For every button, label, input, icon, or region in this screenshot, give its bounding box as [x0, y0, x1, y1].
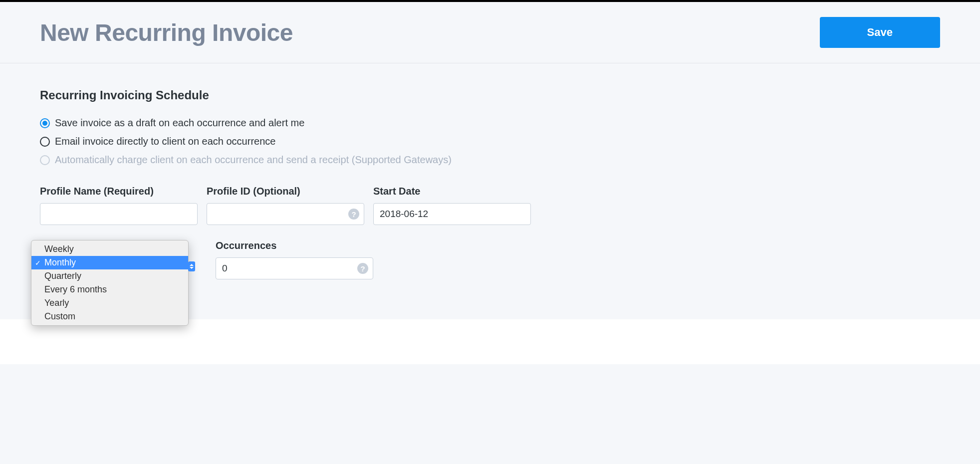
section-title: Recurring Invoicing Schedule	[40, 88, 940, 102]
input-start-date[interactable]	[373, 203, 531, 225]
dropdown-item-yearly[interactable]: Yearly	[31, 296, 188, 310]
dropdown-item-every-6-months[interactable]: Every 6 months	[31, 283, 188, 296]
dropdown-item-weekly[interactable]: Weekly	[31, 242, 188, 256]
dropdown-item-quarterly[interactable]: Quarterly	[31, 269, 188, 283]
page-title: New Recurring Invoice	[40, 19, 293, 46]
chevron-up-icon	[190, 264, 194, 266]
radio-label-draft: Save invoice as a draft on each occurren…	[55, 117, 304, 129]
radio-option-email[interactable]: Email invoice directly to client on each…	[40, 136, 940, 147]
radio-option-draft[interactable]: Save invoice as a draft on each occurren…	[40, 117, 940, 129]
dropdown-item-custom[interactable]: Custom	[31, 310, 188, 323]
frequency-dropdown-menu: Weekly ✓ Monthly Quarterly Every 6 month…	[31, 240, 189, 326]
content-area: Recurring Invoicing Schedule Save invoic…	[0, 63, 980, 319]
label-profile-name: Profile Name (Required)	[40, 186, 198, 197]
help-icon[interactable]: ?	[357, 263, 368, 274]
label-profile-id: Profile ID (Optional)	[207, 186, 364, 197]
radio-option-auto-charge: Automatically charge client on each occu…	[40, 154, 940, 166]
check-icon: ✓	[35, 259, 41, 267]
schedule-radio-group: Save invoice as a draft on each occurren…	[40, 117, 940, 166]
form-row-2: Weekly ✓ Monthly Quarterly Every 6 month…	[40, 240, 940, 279]
form-row-1: Profile Name (Required) Profile ID (Opti…	[40, 186, 940, 225]
radio-icon	[40, 137, 50, 147]
dropdown-item-label: Monthly	[44, 257, 76, 267]
field-frequency: Weekly ✓ Monthly Quarterly Every 6 month…	[40, 240, 198, 279]
radio-dot-icon	[42, 121, 47, 126]
dropdown-spinner-icon[interactable]	[188, 261, 195, 271]
field-start-date: Start Date	[373, 186, 531, 225]
label-occurrences: Occurrences	[216, 240, 373, 251]
radio-label-email: Email invoice directly to client on each…	[55, 136, 275, 147]
chevron-down-icon	[190, 267, 194, 269]
save-button[interactable]: Save	[820, 17, 940, 48]
field-profile-name: Profile Name (Required)	[40, 186, 198, 225]
help-icon[interactable]: ?	[348, 209, 359, 220]
input-profile-id[interactable]	[207, 203, 364, 225]
label-start-date: Start Date	[373, 186, 531, 197]
input-wrapper-profile-id: ?	[207, 203, 364, 225]
input-occurrences[interactable]	[216, 257, 373, 279]
field-profile-id: Profile ID (Optional) ?	[207, 186, 364, 225]
radio-icon	[40, 155, 50, 165]
radio-label-auto-charge: Automatically charge client on each occu…	[55, 154, 452, 166]
bottom-area	[0, 319, 980, 364]
input-profile-name[interactable]	[40, 203, 198, 225]
dropdown-item-monthly[interactable]: ✓ Monthly	[31, 256, 188, 269]
page-header: New Recurring Invoice Save	[0, 2, 980, 63]
input-wrapper-occurrences: ?	[216, 257, 373, 279]
radio-icon	[40, 118, 50, 128]
field-occurrences: Occurrences ?	[216, 240, 373, 279]
